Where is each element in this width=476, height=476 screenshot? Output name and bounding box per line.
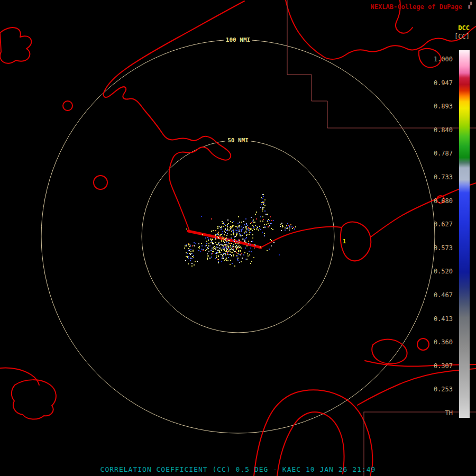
radar-echo-pixel [207,247,208,248]
radar-echo-pixel [255,225,256,226]
radar-echo-pixel [192,256,193,257]
radar-echo-pixel [222,231,223,232]
radar-echo-pixel [231,255,232,256]
radar-echo-pixel [235,230,236,231]
radar-echo-pixel [211,218,212,219]
city-marker: 1 [343,239,346,244]
radar-echo-pixel [208,251,209,252]
radar-echo-pixel [218,250,219,251]
radar-echo-pixel [186,245,187,246]
radar-echo-pixel [253,219,254,221]
radar-echo-pixel [243,254,244,255]
radar-echo-pixel [244,233,245,234]
radar-echo-pixel [263,196,264,197]
radar-echo-pixel [194,242,195,243]
radar-echo-pixel [201,216,202,217]
radar-echo-pixel [238,230,239,231]
radar-echo-pixel [228,223,229,224]
radar-echo-pixel [262,201,263,202]
radar-echo-pixel [263,207,264,208]
colorbar-tick-label: 0.947 [434,80,453,86]
radar-echo-pixel [222,221,223,222]
radar-echo-pixel [198,250,199,251]
radar-echo-pixel [226,244,227,245]
radar-echo-pixel [217,236,218,237]
radar-echo-pixel [263,227,264,228]
colorbar-unit-label: [CC] [454,33,470,40]
range-ring-label-100nmi: 100 NMI [224,36,252,44]
radar-echo-pixel [241,261,242,262]
radar-echo-pixel [233,225,234,226]
radar-echo-pixel [267,214,268,215]
radar-echo-pixel [260,216,261,217]
radar-echo-pixel [246,226,247,227]
radar-echo-pixel [218,237,219,238]
radar-echo-pixel [224,253,225,254]
radar-echo-pixel [224,244,225,245]
colorbar-tick-label: 0.893 [434,103,453,109]
radar-echo-pixel [237,223,239,224]
radar-echo-pixel [233,233,234,234]
radar-echo-pixel [251,222,252,223]
radar-echo-pixel [229,230,230,231]
radar-echo-pixel [262,207,263,208]
radar-echo-pixel [287,228,288,229]
radar-echo-pixel [224,231,225,232]
colorbar-tick-label: 0.840 [434,127,453,133]
radar-echo-pixel [219,244,221,245]
radar-echo-pixel [252,221,253,222]
radar-echo-pixel [186,256,187,257]
radar-echo-pixel [257,227,258,228]
radar-echo-pixel [261,204,262,205]
radar-echo-pixel [234,266,235,267]
radar-echo-pixel [263,203,264,204]
radar-echo-pixel [237,227,238,228]
colorbar-tick-label: 0.307 [434,363,453,369]
radar-echo-pixel [248,243,249,244]
radar-echo-pixel [237,258,239,259]
radar-echo-pixel [216,246,217,248]
radar-echo-pixel [218,242,219,243]
radar-echo-pixel [229,254,230,255]
radar-echo-pixel [225,246,226,248]
radar-map-canvas [0,0,476,476]
radar-echo-pixel [253,222,254,223]
radar-echo-pixel [221,226,222,227]
radar-echo-pixel [230,227,231,228]
radar-echo-pixel [198,247,199,248]
radar-echo-pixel [221,241,222,242]
radar-echo-pixel [214,246,215,247]
radar-echo-pixel [241,231,242,232]
radar-echo-pixel [246,237,247,238]
radar-echo-pixel [232,222,233,223]
radar-echo-pixel [189,250,190,251]
radar-echo-pixel [252,241,253,242]
radar-echo-pixel [211,257,212,258]
radar-echo-pixel [229,240,230,241]
radar-echo-pixel [213,243,214,244]
radar-echo-pixel [250,228,251,229]
radar-echo-pixel [222,244,223,245]
radar-echo-pixel [213,249,214,250]
radar-echo-pixel [233,250,234,251]
radar-echo-pixel [230,251,231,252]
radar-echo-pixel [219,250,220,251]
radar-echo-pixel [218,238,219,239]
radar-echo-pixel [240,235,241,236]
radar-echo-pixel [230,243,231,244]
radar-echo-pixel [231,243,232,244]
colorbar-tick-label: 0.413 [434,316,453,322]
cc-colorbar [459,50,470,418]
radar-echo-pixel [232,263,233,264]
radar-echo-pixel [230,221,231,222]
radar-echo-pixel [260,229,261,230]
radar-echo-pixel [224,249,225,250]
range-ring-label-50nmi: 50 NMI [225,136,251,144]
radar-echo-pixel [233,246,234,247]
radar-echo-pixel [215,242,216,243]
radar-echo-pixel [266,224,267,225]
radar-echo-pixel [223,237,224,239]
radar-echo-pixel [238,226,239,227]
radar-echo-pixel [250,263,251,264]
radar-echo-pixel [227,245,228,246]
